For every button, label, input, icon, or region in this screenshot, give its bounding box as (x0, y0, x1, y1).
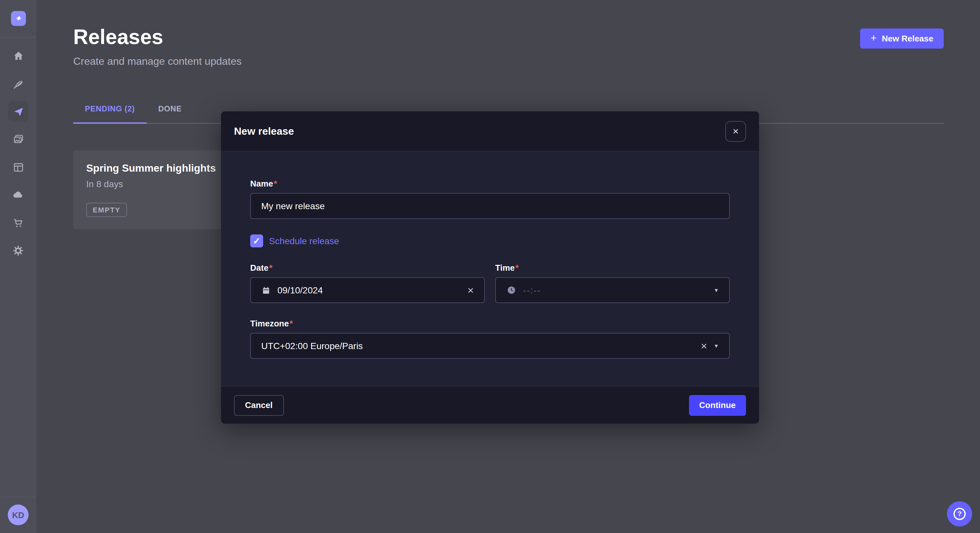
date-field-group: Date* 09/10/2024 × (250, 263, 485, 303)
clear-date-icon[interactable]: × (467, 285, 474, 296)
time-field-group: Time* --:-- ▼ (495, 263, 730, 303)
chevron-down-icon[interactable]: ▼ (714, 343, 719, 349)
timezone-label-text: Timezone (250, 319, 289, 328)
close-button[interactable]: × (725, 121, 746, 141)
time-label: Time* (495, 263, 730, 273)
modal-footer: Cancel Continue (221, 386, 759, 424)
required-asterisk: * (269, 263, 272, 273)
name-input-value: My new release (261, 201, 325, 211)
close-icon: × (733, 126, 739, 136)
time-label-text: Time (495, 263, 515, 273)
cancel-button[interactable]: Cancel (234, 395, 283, 416)
calendar-icon (261, 285, 271, 295)
date-input-value: 09/10/2024 (277, 285, 323, 295)
date-label-text: Date (250, 263, 268, 273)
time-input[interactable]: --:-- ▼ (495, 277, 730, 303)
required-asterisk: * (290, 319, 293, 328)
clock-icon (506, 285, 517, 295)
required-asterisk: * (274, 179, 277, 189)
timezone-select[interactable]: UTC+02:00 Europe/Paris × ▼ (250, 333, 730, 359)
schedule-checkbox[interactable]: ✓ (250, 235, 263, 247)
chevron-down-icon[interactable]: ▼ (714, 287, 719, 293)
schedule-release-row: ✓ Schedule release (250, 235, 730, 247)
clear-timezone-icon[interactable]: × (701, 340, 707, 351)
modal-title: New release (234, 125, 294, 137)
date-label: Date* (250, 263, 485, 273)
timezone-label: Timezone* (250, 319, 730, 328)
new-release-modal: New release × Name* My new release ✓ Sch… (221, 111, 759, 424)
modal-body: Name* My new release ✓ Schedule release … (221, 152, 759, 359)
date-input[interactable]: 09/10/2024 × (250, 277, 485, 303)
modal-header: New release × (221, 111, 759, 152)
continue-button[interactable]: Continue (689, 395, 746, 416)
required-asterisk: * (515, 263, 519, 273)
name-field-group: Name* My new release (250, 179, 730, 219)
name-label: Name* (250, 179, 730, 189)
name-label-text: Name (250, 179, 273, 189)
time-input-placeholder: --:-- (523, 285, 541, 295)
timezone-field-group: Timezone* UTC+02:00 Europe/Paris × ▼ (250, 319, 730, 359)
name-input[interactable]: My new release (250, 193, 730, 219)
date-time-row: Date* 09/10/2024 × (250, 263, 730, 303)
timezone-select-value: UTC+02:00 Europe/Paris (261, 341, 363, 351)
schedule-checkbox-label[interactable]: Schedule release (269, 236, 339, 246)
